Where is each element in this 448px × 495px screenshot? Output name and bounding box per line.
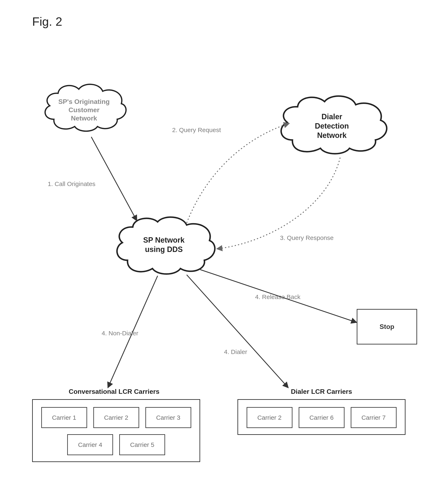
figure-title: Fig. 2 bbox=[32, 14, 62, 28]
carrier-box: Carrier 3 bbox=[145, 407, 191, 428]
cloud-icon bbox=[274, 88, 390, 159]
cloud-text: Dialer bbox=[274, 112, 390, 121]
cloud-text: using DDS bbox=[110, 245, 218, 254]
group-title-dialer: Dialer LCR Carriers bbox=[280, 388, 363, 396]
cloud-dialer-detection-network: Dialer Detection Network bbox=[274, 88, 390, 159]
carrier-row: Carrier 2 Carrier 6 Carrier 7 bbox=[244, 407, 399, 428]
group-dialer-lcr: Carrier 2 Carrier 6 Carrier 7 bbox=[238, 399, 406, 435]
label-call-originates: 1. Call Originates bbox=[48, 180, 95, 187]
stop-box: Stop bbox=[357, 309, 417, 344]
arrow-query-request bbox=[187, 124, 289, 223]
label-non-dialer: 4. Non-Dialer bbox=[102, 330, 138, 337]
cloud-text: Customer bbox=[39, 106, 129, 114]
cloud-sp-network: SP Network using DDS bbox=[110, 209, 218, 278]
label-query-request: 2. Query Request bbox=[172, 126, 221, 134]
label-dialer: 4. Dialer bbox=[224, 348, 247, 356]
group-title-conversational: Conversational LCR Carriers bbox=[62, 388, 166, 396]
cloud-originating-customer-network: SP's Originating Customer Network bbox=[39, 78, 129, 136]
carrier-box: Carrier 6 bbox=[299, 407, 345, 428]
cloud-text: Network bbox=[39, 114, 129, 122]
group-conversational-lcr: Carrier 1 Carrier 2 Carrier 3 Carrier 4 … bbox=[32, 399, 200, 462]
cloud-text: SP Network bbox=[110, 235, 218, 245]
carrier-row: Carrier 4 Carrier 5 bbox=[39, 434, 193, 455]
carrier-box: Carrier 1 bbox=[41, 407, 87, 428]
diagram-canvas: Fig. 2 SP's Originating Customer Network… bbox=[0, 0, 448, 495]
cloud-icon bbox=[110, 209, 218, 278]
carrier-row: Carrier 1 Carrier 2 Carrier 3 bbox=[39, 407, 193, 428]
carrier-box: Carrier 2 bbox=[93, 407, 139, 428]
carrier-box: Carrier 7 bbox=[351, 407, 397, 428]
cloud-text: SP's Originating bbox=[39, 97, 129, 106]
label-query-response: 3. Query Response bbox=[280, 234, 334, 241]
cloud-text: Detection bbox=[274, 121, 390, 131]
arrow-dialer bbox=[187, 275, 288, 388]
cloud-text: Network bbox=[274, 131, 390, 140]
arrow-call-originates bbox=[91, 137, 137, 221]
carrier-box: Carrier 4 bbox=[67, 434, 113, 455]
carrier-box: Carrier 2 bbox=[247, 407, 293, 428]
carrier-box: Carrier 5 bbox=[119, 434, 165, 455]
label-release-back: 4. Release Back bbox=[255, 293, 300, 301]
cloud-icon bbox=[39, 78, 129, 136]
